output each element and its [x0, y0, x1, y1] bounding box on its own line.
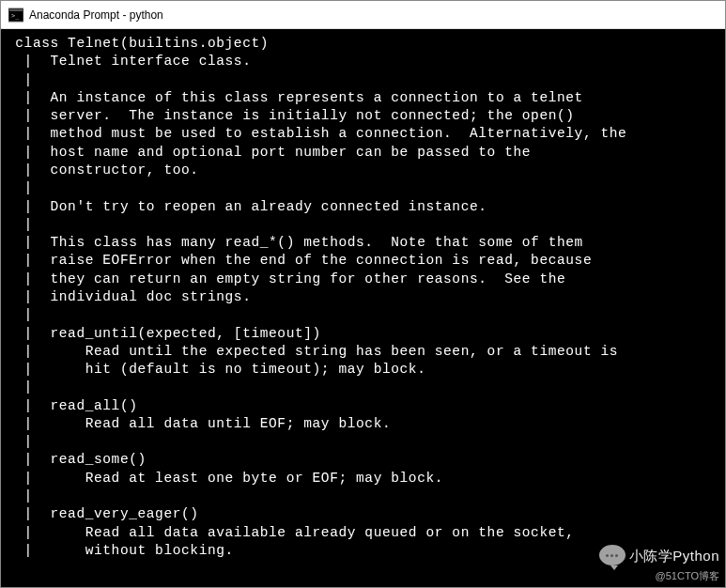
window-title: Anaconda Prompt - python [29, 8, 163, 22]
svg-text:>_: >_ [11, 12, 20, 20]
terminal-app-icon: >_ [8, 8, 23, 23]
watermark-sub-text: @51CTO博客 [656, 569, 725, 583]
titlebar[interactable]: >_ Anaconda Prompt - python [1, 1, 725, 29]
terminal-output: class Telnet(builtins.object) | Telnet i… [7, 35, 725, 560]
svg-rect-1 [9, 9, 23, 11]
terminal-content-area[interactable]: class Telnet(builtins.object) | Telnet i… [1, 29, 725, 587]
terminal-window: >_ Anaconda Prompt - python class Telnet… [0, 0, 726, 588]
